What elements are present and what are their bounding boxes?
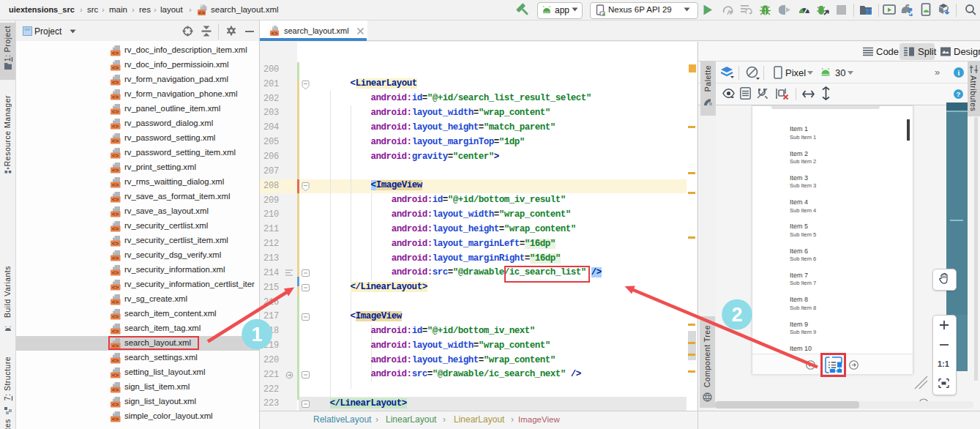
svg-text:1: 1 bbox=[251, 324, 262, 346]
svg-text:2: 2 bbox=[731, 304, 742, 326]
